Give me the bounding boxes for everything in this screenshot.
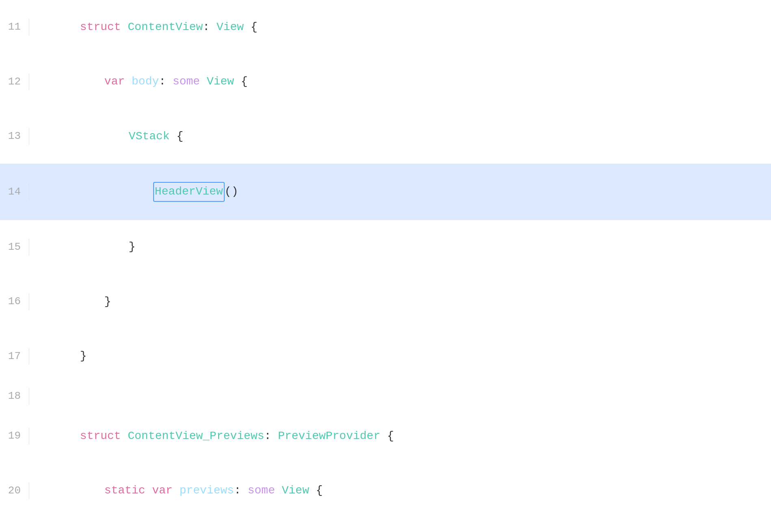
- line-content: }: [29, 220, 771, 275]
- keyword-var: var: [104, 75, 125, 88]
- line-number: 14: [0, 184, 29, 201]
- code-line-17: 17 }: [0, 329, 771, 383]
- var-body: body: [132, 75, 159, 88]
- var-previews: previews: [180, 484, 234, 497]
- line-number: 18: [0, 388, 29, 405]
- keyword-struct2: struct: [80, 430, 121, 442]
- keyword-struct: struct: [80, 21, 121, 33]
- header-view-highlighted: HeaderView: [153, 182, 225, 202]
- line-number: 19: [0, 428, 29, 445]
- keyword-some: some: [173, 75, 200, 88]
- type-view3: View: [282, 484, 309, 497]
- line-number: 13: [0, 128, 29, 145]
- line-content: struct ContentView: View {: [29, 0, 771, 54]
- line-number: 15: [0, 239, 29, 256]
- code-line-13: 13 VStack {: [0, 109, 771, 164]
- code-line-21: 21 ContentView(): [0, 518, 771, 532]
- keyword-var2: var: [152, 484, 172, 497]
- line-content: VStack {: [29, 109, 771, 164]
- type-view2: View: [207, 75, 234, 88]
- type-contentview-previews: ContentView_Previews: [128, 430, 264, 442]
- code-line-14: 14 HeaderView(): [0, 164, 771, 220]
- code-line-20: 20 static var previews: some View {: [0, 463, 771, 518]
- line-number: 17: [0, 348, 29, 365]
- code-line-15: 15 }: [0, 220, 771, 275]
- line-content: HeaderView(): [29, 164, 771, 220]
- type-content-view: ContentView: [128, 21, 203, 33]
- code-line-16: 16 }: [0, 275, 771, 329]
- line-content: ContentView(): [29, 518, 771, 532]
- keyword-some2: some: [248, 484, 275, 497]
- line-content: var body: some View {: [29, 54, 771, 109]
- line-content: }: [29, 329, 771, 383]
- type-previewprovider: PreviewProvider: [278, 430, 380, 442]
- line-number: 11: [0, 19, 29, 36]
- line-content: struct ContentView_Previews: PreviewProv…: [29, 409, 771, 463]
- keyword-static: static: [104, 484, 145, 497]
- code-editor: 11 struct ContentView: View { 12 var bod…: [0, 0, 771, 532]
- line-number: 12: [0, 74, 29, 91]
- line-number: 20: [0, 482, 29, 500]
- vstack-call: VStack: [129, 130, 170, 143]
- type-view: View: [217, 21, 244, 33]
- code-line-11: 11 struct ContentView: View {: [0, 0, 771, 54]
- line-number: 16: [0, 293, 29, 310]
- code-line-18: 18: [0, 384, 771, 409]
- code-line-19: 19 struct ContentView_Previews: PreviewP…: [0, 409, 771, 463]
- line-content: static var previews: some View {: [29, 463, 771, 518]
- line-content: }: [29, 275, 771, 329]
- code-line-12: 12 var body: some View {: [0, 54, 771, 109]
